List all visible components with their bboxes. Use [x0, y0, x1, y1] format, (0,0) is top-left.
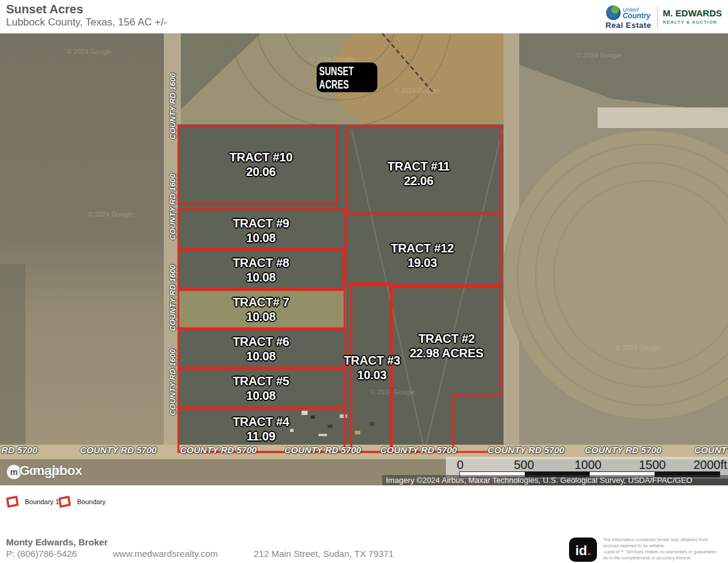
scale-tick: 0	[457, 458, 463, 472]
legend-item-boundary-1: Boundary 1	[5, 495, 59, 508]
road-label-county-rd-5700-clipped: COUNTY	[694, 445, 728, 455]
uc-country-label: Country	[622, 13, 650, 19]
road-label-county-rd-5700-clipped: Y RD 5700	[0, 445, 38, 455]
agency-tagline: REALTY & AUCTION	[663, 18, 723, 27]
united-country-logo: United Country Real Estate	[605, 5, 652, 30]
brand-divider	[657, 7, 658, 29]
road-label-county-rd-5700: COUNTY RD 5700	[180, 445, 257, 455]
legend-label: Boundary	[77, 498, 106, 505]
road-label-county-rd-1600: COUNTY RD 1600	[168, 174, 177, 240]
land-listing-page: Sunset Acres Lubbock County, Texas, 156 …	[0, 0, 728, 563]
road-label-county-rd-5700: COUNTY RD 5700	[488, 445, 564, 455]
imagery-attribution: Imagery ©2024 Airbus, Maxar Technologies…	[382, 475, 728, 485]
land-id-logo: id.	[569, 538, 597, 562]
footer: Monty Edwards, Broker P: (806)786-5426 w…	[0, 522, 728, 563]
road-label-county-rd-5700: COUNTY RD 5700	[380, 445, 457, 455]
agency-name: M. EDWARDS	[663, 8, 723, 18]
boundary-polygon-icon	[57, 495, 72, 508]
mapbox-logo[interactable]: mapbox	[33, 463, 82, 479]
road-label-county-rd-5700: COUNTY RD 5700	[585, 445, 661, 455]
road-label-county-rd-1600: COUNTY RD 1600	[168, 265, 177, 331]
tract-8-label: TRACT #810.08	[232, 255, 289, 285]
scale-tick: 500	[514, 458, 534, 472]
scale-tick: 1000	[575, 458, 602, 472]
scale-tick: 1500	[639, 458, 666, 472]
legend-label: Boundary 1	[25, 498, 59, 505]
tract-6-label: TRACT #610.08	[232, 334, 289, 363]
broker-phone: P: (806)786-5426	[6, 548, 77, 559]
brand-logos: United Country Real Estate M. EDWARDS RE…	[605, 5, 722, 30]
tract-2-label: TRACT #222.98 ACRES	[410, 331, 484, 360]
header: Sunset Acres Lubbock County, Texas, 156 …	[0, 0, 728, 33]
road-label-county-rd-5700: COUNTY RD 5700	[80, 445, 157, 455]
tract-4-label: TRACT #411.09	[232, 414, 289, 443]
page-title: Sunset Acres	[6, 2, 83, 16]
scale-tick: 2000ft	[693, 458, 727, 472]
tract-5-label: TRACT #510.08	[232, 374, 289, 403]
tract-3-label: TRACT #310.03	[343, 353, 400, 382]
map-canvas[interactable]: © 2024 Google © 2024 Google © 2024 Googl…	[0, 33, 728, 485]
boundary-polygon-icon	[5, 495, 19, 508]
tract-9-label: TRACT #910.08	[232, 216, 289, 245]
map-provider-logos: m Google mapbox	[6, 462, 97, 482]
m-edwards-logo: M. EDWARDS REALTY & AUCTION	[663, 8, 723, 27]
road-label-county-rd-5700: COUNTY RD 5700	[285, 445, 361, 455]
tract-11-label: TRACT #1122.06	[388, 159, 450, 188]
tract-boundaries	[0, 33, 728, 485]
page-subtitle: Lubbock County, Texas, 156 AC +/-	[6, 16, 167, 29]
property-name-badge: SUNSET ACRES	[317, 62, 377, 92]
broker-address: 212 Main Street, Sudan, TX 79371	[254, 548, 394, 559]
tract-10-label: TRACT #1020.06	[229, 150, 292, 179]
globe-icon	[606, 5, 621, 20]
broker-name: Monty Edwards, Broker	[6, 537, 108, 547]
disclaimer-text: The information contained herein was obt…	[603, 537, 727, 561]
uc-real-estate-label: Real Estate	[605, 21, 652, 30]
road-label-county-rd-1600: COUNTY RD 1600	[168, 349, 177, 416]
tract-12-label: TRACT #1219.03	[391, 241, 454, 270]
legend: Boundary 1 Boundary	[0, 485, 728, 522]
road-label-county-rd-1600: COUNTY RD 1600	[168, 73, 177, 140]
tract-2-boundary[interactable]	[392, 287, 500, 452]
contact-line: P: (806)786-5426 www.medwardsrealty.com …	[6, 548, 394, 559]
broker-website-link[interactable]: www.medwardsrealty.com	[113, 548, 218, 559]
legend-item-boundary: Boundary	[57, 495, 106, 508]
tract-7-label: TRACT# 710.08	[232, 295, 289, 324]
